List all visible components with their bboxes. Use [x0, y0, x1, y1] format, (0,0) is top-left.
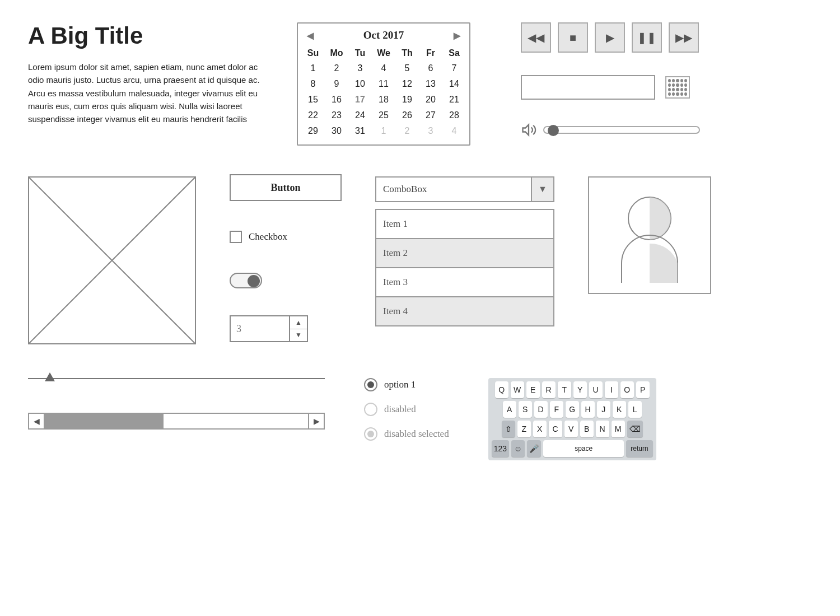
key-emoji-icon[interactable]: ☺	[511, 440, 525, 457]
calendar-next-icon[interactable]: ▶	[454, 30, 460, 41]
checkbox[interactable]	[230, 231, 242, 243]
key-e[interactable]: E	[526, 381, 540, 398]
key-l[interactable]: L	[628, 401, 642, 418]
calendar-day[interactable]: 4	[442, 123, 466, 139]
key-y[interactable]: Y	[573, 381, 587, 398]
calendar-day[interactable]: 1	[372, 123, 395, 139]
calendar-day[interactable]: 16	[325, 92, 348, 108]
calendar-day[interactable]: 9	[325, 76, 348, 92]
key-123[interactable]: 123	[492, 440, 509, 457]
scroll-thumb[interactable]	[45, 414, 164, 428]
calendar-day[interactable]: 7	[442, 60, 466, 76]
calendar-day[interactable]: 6	[419, 60, 442, 76]
play-button[interactable]: ▶	[595, 22, 625, 53]
toggle-switch[interactable]	[230, 273, 262, 288]
calendar-day[interactable]: 3	[419, 123, 442, 139]
key-v[interactable]: V	[564, 421, 578, 437]
stop-button[interactable]: ■	[558, 22, 588, 53]
key-x[interactable]: X	[533, 421, 547, 437]
key-t[interactable]: T	[558, 381, 571, 398]
rewind-button[interactable]: ◀◀	[521, 22, 551, 53]
key-o[interactable]: O	[620, 381, 634, 398]
key-mic-icon[interactable]: 🎤	[527, 440, 541, 457]
key-w[interactable]: W	[511, 381, 524, 398]
calendar-day[interactable]: 3	[348, 60, 372, 76]
calendar-day[interactable]: 27	[419, 108, 442, 123]
numeric-value[interactable]: 3	[231, 316, 289, 341]
calendar-day[interactable]: 1	[301, 60, 325, 76]
listbox[interactable]: Item 1Item 2Item 3Item 4	[375, 209, 554, 326]
volume-slider[interactable]	[543, 126, 700, 134]
datepicker-icon[interactable]	[665, 76, 690, 99]
key-s[interactable]: S	[519, 401, 532, 418]
calendar-day[interactable]: 20	[419, 92, 442, 108]
numeric-stepper[interactable]: 3 ▲ ▼	[230, 315, 308, 342]
list-item[interactable]: Item 2	[376, 239, 553, 268]
calendar-prev-icon[interactable]: ◀	[307, 30, 314, 41]
calendar-day[interactable]: 29	[301, 123, 325, 139]
key-c[interactable]: C	[549, 421, 562, 437]
key-n[interactable]: N	[596, 421, 609, 437]
key-space[interactable]: space	[543, 440, 624, 457]
calendar-day[interactable]: 5	[395, 60, 419, 76]
key-p[interactable]: P	[636, 381, 650, 398]
calendar-day[interactable]: 25	[372, 108, 395, 123]
calendar-day[interactable]: 15	[301, 92, 325, 108]
key-d[interactable]: D	[534, 401, 548, 418]
calendar-day[interactable]: 12	[395, 76, 419, 92]
calendar-day[interactable]: 31	[348, 123, 372, 139]
key-shift-icon[interactable]: ⇧	[502, 421, 515, 437]
calendar-day[interactable]: 2	[395, 123, 419, 139]
calendar-day[interactable]: 2	[325, 60, 348, 76]
calendar-day[interactable]: 18	[372, 92, 395, 108]
key-a[interactable]: A	[503, 401, 516, 418]
stepper-up-icon[interactable]: ▲	[290, 316, 307, 329]
calendar-day[interactable]: 14	[442, 76, 466, 92]
calendar-day[interactable]: 28	[442, 108, 466, 123]
key-b[interactable]: B	[580, 421, 594, 437]
slider-thumb[interactable]	[45, 372, 55, 381]
key-z[interactable]: Z	[517, 421, 531, 437]
stepper-down-icon[interactable]: ▼	[290, 329, 307, 342]
calendar-day[interactable]: 23	[325, 108, 348, 123]
key-f[interactable]: F	[550, 401, 563, 418]
calendar-day[interactable]: 8	[301, 76, 325, 92]
calendar-day[interactable]: 19	[395, 92, 419, 108]
calendar-day[interactable]: 30	[325, 123, 348, 139]
key-k[interactable]: K	[613, 401, 626, 418]
list-item[interactable]: Item 4	[376, 297, 553, 326]
list-item[interactable]: Item 3	[376, 268, 553, 297]
calendar-day[interactable]: 13	[419, 76, 442, 92]
list-item[interactable]: Item 1	[376, 210, 553, 239]
calendar-day[interactable]: 21	[442, 92, 466, 108]
key-j[interactable]: J	[597, 401, 610, 418]
calendar-day[interactable]: 17	[348, 92, 372, 108]
calendar-day[interactable]: 24	[348, 108, 372, 123]
combobox[interactable]: ComboBox ▼	[375, 176, 554, 202]
key-r[interactable]: R	[542, 381, 556, 398]
calendar-day[interactable]: 10	[348, 76, 372, 92]
key-backspace-icon[interactable]: ⌫	[627, 421, 643, 437]
generic-button[interactable]: Button	[230, 174, 342, 201]
key-u[interactable]: U	[589, 381, 603, 398]
scroll-right-icon[interactable]: ▶	[308, 414, 324, 428]
forward-button[interactable]: ▶▶	[669, 22, 699, 53]
calendar-day[interactable]: 4	[372, 60, 395, 76]
key-q[interactable]: Q	[495, 381, 508, 398]
calendar-day[interactable]: 22	[301, 108, 325, 123]
key-h[interactable]: H	[581, 401, 595, 418]
key-g[interactable]: G	[566, 401, 579, 418]
key-m[interactable]: M	[612, 421, 625, 437]
radio-option1[interactable]	[364, 378, 377, 391]
key-i[interactable]: I	[605, 381, 618, 398]
calendar[interactable]: ◀ Oct 2017 ▶ SuMoTuWeThFrSa1234567891011…	[297, 22, 470, 146]
slider[interactable]	[28, 378, 325, 379]
calendar-day[interactable]: 26	[395, 108, 419, 123]
volume-thumb[interactable]	[548, 125, 559, 136]
horizontal-scrollbar[interactable]: ◀ ▶	[28, 413, 325, 430]
pause-button[interactable]: ❚❚	[632, 22, 662, 53]
scroll-left-icon[interactable]: ◀	[29, 414, 45, 428]
scroll-track[interactable]	[45, 414, 308, 428]
calendar-day[interactable]: 11	[372, 76, 395, 92]
combobox-dropdown-icon[interactable]: ▼	[531, 178, 553, 201]
